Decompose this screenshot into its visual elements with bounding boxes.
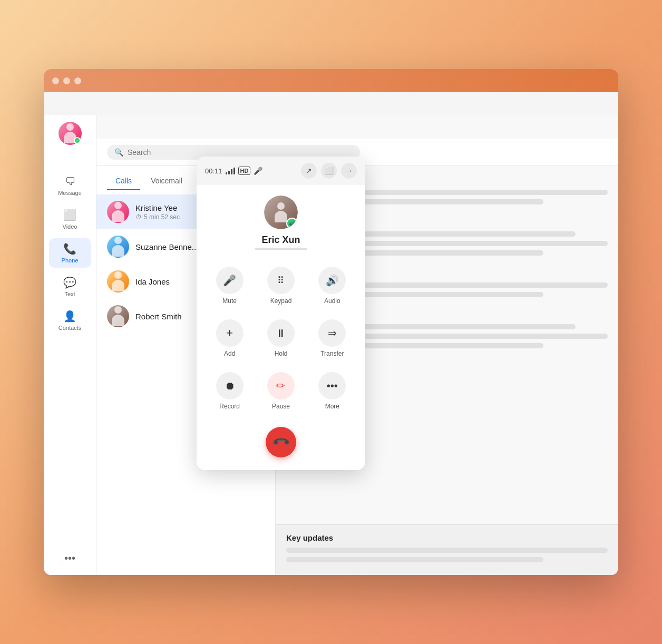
add-icon: +	[226, 326, 233, 340]
more-label: More	[325, 403, 339, 410]
sidebar-item-video[interactable]: ⬜ Video	[49, 204, 91, 234]
sidebar-item-message-label: Message	[58, 190, 82, 196]
caller-status-line	[255, 248, 307, 250]
contact-avatar	[107, 236, 129, 258]
more-button[interactable]: ••• More	[308, 366, 357, 416]
sidebar-item-contacts[interactable]: 👤 Contacts	[49, 306, 91, 335]
contact-avatar	[107, 201, 129, 223]
phone-icon: 📞	[63, 242, 76, 255]
call-header: 00:11 HD 🎤 ↗ ⬜ →	[197, 157, 365, 185]
contact-avatar	[107, 270, 129, 292]
call-timer: 00:11	[205, 167, 222, 175]
contact-timer-icon: ⏱	[135, 213, 142, 221]
mute-label: Mute	[222, 297, 237, 305]
video-call-badge: 📹	[286, 218, 298, 229]
pause-label: Pause	[272, 403, 290, 410]
record-circle: ⏺	[216, 372, 244, 399]
transfer-icon: ⇒	[328, 327, 337, 339]
keypad-label: Keypad	[270, 297, 292, 305]
bottom-notes-bar: Key updates	[276, 524, 618, 575]
record-button[interactable]: ⏺ Record	[205, 366, 254, 416]
audio-circle: 🔊	[318, 267, 346, 294]
end-call-section: 📞	[197, 422, 365, 460]
bottom-notes-title: Key updates	[286, 533, 608, 542]
sidebar-item-message[interactable]: 🗨 Message	[49, 171, 91, 200]
search-input[interactable]	[128, 148, 353, 157]
contacts-icon: 👤	[63, 310, 76, 323]
hold-button[interactable]: ⏸ Hold	[256, 313, 305, 364]
caller-name: Eric Xun	[261, 235, 300, 246]
forward-button[interactable]: →	[341, 163, 357, 179]
call-controls-grid: 🎤 Mute ⠿ Keypad 🔊 Audio	[197, 255, 365, 422]
keypad-button[interactable]: ⠿ Keypad	[256, 260, 305, 311]
popout-button[interactable]: ↗	[301, 163, 317, 179]
add-button[interactable]: + Add	[205, 313, 254, 364]
user-avatar-container: ✓	[59, 122, 82, 145]
audio-label: Audio	[324, 297, 340, 305]
hold-circle: ⏸	[267, 319, 295, 347]
hd-badge: HD	[238, 167, 251, 175]
sidebar-item-contacts-label: Contacts	[59, 325, 81, 331]
more-icon: •••	[327, 380, 338, 392]
hold-icon: ⏸	[276, 327, 286, 339]
tab-voicemail[interactable]: Voicemail	[142, 172, 191, 190]
more-circle: •••	[318, 372, 346, 399]
camera-icon: 📹	[289, 221, 295, 227]
skeleton-line	[286, 557, 543, 562]
sidebar-item-phone-label: Phone	[62, 257, 79, 264]
captions-button[interactable]: ⬜	[321, 163, 337, 179]
pause-notes-icon: ✏	[276, 379, 285, 392]
sidebar-more-button[interactable]: •••	[64, 552, 75, 564]
transfer-button[interactable]: ⇒ Transfer	[308, 313, 357, 364]
call-status-bar: 00:11 HD 🎤	[205, 167, 262, 175]
sidebar: ✓ 🗨 Message ⬜ Video 📞 Phone 💬 Text 👤	[44, 115, 96, 575]
pause-circle: ✏	[267, 372, 295, 399]
keypad-icon: ⠿	[277, 275, 284, 286]
caller-section: 📹 Eric Xun	[197, 185, 365, 255]
title-bar	[44, 69, 618, 92]
transfer-circle: ⇒	[318, 319, 346, 347]
minimize-button[interactable]	[63, 77, 70, 84]
add-circle: +	[216, 319, 244, 347]
mute-button[interactable]: 🎤 Mute	[205, 260, 254, 311]
mute-circle: 🎤	[216, 267, 244, 294]
tab-calls[interactable]: Calls	[107, 172, 140, 190]
call-overlay: 00:11 HD 🎤 ↗ ⬜ →	[197, 157, 365, 470]
online-status-badge: ✓	[74, 137, 81, 144]
call-top-actions: ↗ ⬜ →	[301, 163, 357, 179]
end-call-button[interactable]: 📞	[266, 427, 296, 457]
search-icon: 🔍	[114, 148, 123, 157]
muted-icon: 🎤	[254, 167, 262, 175]
record-icon: ⏺	[225, 380, 235, 392]
sidebar-item-text-label: Text	[64, 291, 75, 297]
audio-icon: 🔊	[326, 274, 339, 287]
hold-label: Hold	[275, 350, 288, 357]
skeleton-line	[286, 548, 608, 553]
transfer-label: Transfer	[320, 350, 344, 357]
video-icon: ⬜	[63, 209, 76, 221]
pause-notes-button[interactable]: ✏ Pause	[256, 366, 305, 416]
message-icon: 🗨	[65, 175, 75, 188]
audio-button[interactable]: 🔊 Audio	[308, 260, 357, 311]
text-icon: 💬	[63, 276, 76, 289]
contact-avatar	[107, 305, 129, 327]
sidebar-item-phone[interactable]: 📞 Phone	[49, 238, 91, 268]
record-label: Record	[219, 403, 240, 410]
add-label: Add	[224, 350, 235, 357]
sidebar-item-video-label: Video	[63, 223, 77, 230]
close-button[interactable]	[52, 77, 59, 84]
sidebar-item-text[interactable]: 💬 Text	[49, 272, 91, 301]
keypad-circle: ⠿	[267, 267, 295, 294]
traffic-lights	[52, 77, 81, 84]
mute-icon: 🎤	[223, 274, 236, 287]
signal-strength-icon	[226, 167, 235, 174]
maximize-button[interactable]	[74, 77, 81, 84]
end-call-icon: 📞	[271, 432, 290, 452]
caller-avatar: 📹	[264, 196, 298, 229]
